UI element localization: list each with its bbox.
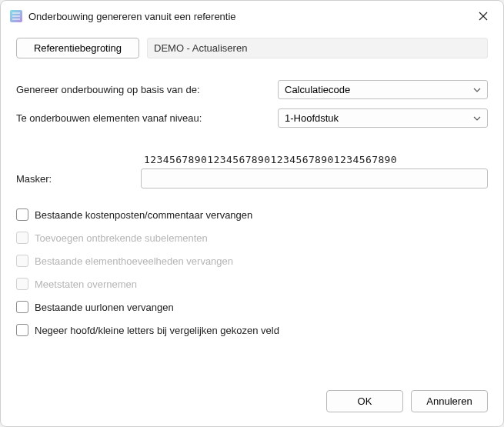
basis-select[interactable]: Calculatiecode	[278, 80, 488, 99]
chevron-down-icon	[473, 116, 481, 121]
basis-select-value: Calculatiecode	[285, 84, 350, 95]
level-row: Te onderbouwen elementen vanaf niveau: 1…	[16, 108, 488, 128]
close-icon	[479, 12, 488, 21]
titlebar: Onderbouwing genereren vanuit een refere…	[1, 1, 503, 30]
basis-row: Genereer onderbouwing op basis van de: C…	[16, 80, 488, 99]
dialog-title: Onderbouwing genereren vanuit een refere…	[28, 11, 466, 22]
level-select-value: 1-Hoofdstuk	[285, 112, 339, 124]
checkbox-icon	[16, 208, 28, 221]
masker-input[interactable]	[141, 168, 488, 188]
check-label: Bestaande uurlonen vervangen	[35, 302, 174, 313]
basis-label: Genereer onderbouwing op basis van de:	[16, 84, 270, 95]
ruler-row: 1234567890123456789012345678901234567890	[16, 154, 488, 165]
checkbox-icon	[16, 232, 28, 244]
check-replace-quantities: Bestaande elementhoeveelheden vervangen	[16, 255, 488, 267]
check-label: Bestaande kostenposten/commentaar vervan…	[35, 209, 252, 221]
check-add-subelements: Toevoegen ontbrekende subelementen	[16, 232, 488, 244]
checkbox-icon	[16, 255, 28, 267]
checkbox-icon	[16, 301, 28, 313]
app-icon	[10, 10, 22, 22]
checkbox-icon	[16, 324, 28, 336]
check-label: Meetstaten overnemen	[35, 279, 137, 290]
chevron-down-icon	[473, 88, 481, 92]
dialog-window: Onderbouwing genereren vanuit een refere…	[0, 0, 504, 427]
check-label: Negeer hoofd/kleine letters bij vergelij…	[35, 325, 279, 336]
close-button[interactable]	[472, 7, 494, 25]
column-ruler: 1234567890123456789012345678901234567890	[141, 154, 397, 165]
ok-button[interactable]: OK	[326, 390, 403, 412]
reference-value-display: DEMO - Actualiseren	[147, 38, 488, 58]
check-take-measurements: Meetstaten overnemen	[16, 278, 488, 290]
check-label: Toevoegen ontbrekende subelementen	[35, 232, 208, 244]
level-select[interactable]: 1-Hoofdstuk	[278, 108, 488, 128]
masker-row: Masker:	[16, 168, 488, 188]
masker-label: Masker:	[16, 173, 141, 185]
check-ignore-case[interactable]: Negeer hoofd/kleine letters bij vergelij…	[16, 324, 488, 336]
check-replace-costs[interactable]: Bestaande kostenposten/commentaar vervan…	[16, 208, 488, 221]
dialog-content: Referentiebegroting DEMO - Actualiseren …	[1, 30, 503, 378]
check-label: Bestaande elementhoeveelheden vervangen	[35, 255, 233, 267]
level-label: Te onderbouwen elementen vanaf niveau:	[16, 112, 270, 124]
checkbox-group: Bestaande kostenposten/commentaar vervan…	[16, 208, 488, 336]
checkbox-icon	[16, 278, 28, 290]
reference-budget-button[interactable]: Referentiebegroting	[16, 38, 139, 58]
dialog-footer: OK Annuleren	[1, 378, 503, 426]
reference-row: Referentiebegroting DEMO - Actualiseren	[16, 38, 488, 58]
cancel-button[interactable]: Annuleren	[411, 390, 488, 412]
check-replace-wages[interactable]: Bestaande uurlonen vervangen	[16, 301, 488, 313]
